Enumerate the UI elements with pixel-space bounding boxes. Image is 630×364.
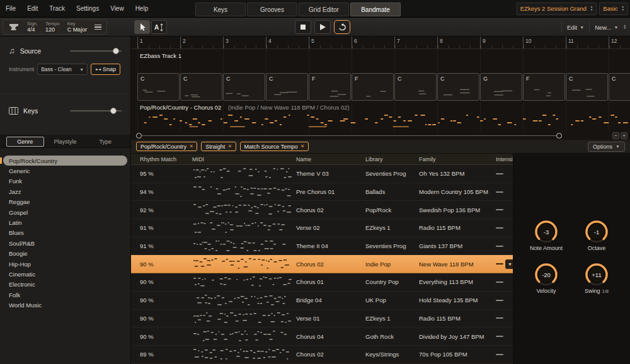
bass-chord-clip[interactable]: C <box>437 73 479 101</box>
stop-button[interactable] <box>295 20 311 34</box>
menu-track[interactable]: Track <box>43 0 71 18</box>
spinner-arrows-icon[interactable]: ▲▼ <box>622 6 624 11</box>
options-button[interactable]: Options ▼ <box>588 142 625 152</box>
zoom-handle-right[interactable] <box>556 133 562 139</box>
browser-tab-type[interactable]: Type <box>86 137 124 147</box>
zoom-in-button[interactable]: + <box>621 132 627 139</box>
bass-chord-clip[interactable]: F <box>523 73 565 101</box>
zoom-handle-left[interactable] <box>136 133 142 139</box>
bass-chord-clip[interactable]: C <box>394 73 437 101</box>
remove-filter-icon[interactable]: × <box>301 144 304 149</box>
browser-tab-genre[interactable]: Genre <box>6 137 44 147</box>
zoom-out-button[interactable]: − <box>612 132 619 139</box>
column-header[interactable]: Family <box>419 156 496 162</box>
slider-thumb[interactable] <box>113 48 119 54</box>
key-field[interactable]: Key C Major <box>67 21 88 33</box>
groove-row[interactable]: 91 %Verse 02EZkeys 1Radio 115 BPM <box>131 219 513 237</box>
tab-grooves[interactable]: Grooves <box>247 3 297 16</box>
ruler-bar[interactable]: 11 <box>566 37 609 48</box>
groove-midi-region[interactable] <box>137 113 630 130</box>
play-button[interactable] <box>314 20 331 34</box>
remove-filter-icon[interactable]: × <box>190 144 193 149</box>
ruler-bar[interactable]: 6 <box>352 37 394 48</box>
bass-chord-clip[interactable]: C <box>180 73 222 101</box>
filter-chip[interactable]: Straight× <box>201 142 236 151</box>
column-header[interactable]: Name <box>296 156 365 162</box>
groove-row[interactable]: 89 %Chorus 02Keys/Strings70s Pop 105 BPM <box>131 346 513 364</box>
snap-button[interactable]: ►◄ Snap <box>91 64 120 75</box>
bass-chord-clip[interactable]: C <box>566 73 608 101</box>
instrument-select[interactable]: Bass - Clean ▼ <box>37 64 88 75</box>
genre-item[interactable]: Soul/R&B <box>0 238 130 248</box>
edit-menu-button[interactable]: Edit ▼ <box>567 24 584 31</box>
genre-item[interactable]: Hip-Hop <box>0 259 130 269</box>
style-preset-select[interactable]: Basic ▲▼ <box>599 3 628 15</box>
bass-chord-clip[interactable]: F <box>309 73 351 101</box>
ruler-bar[interactable]: 7 <box>394 37 437 48</box>
source-level-slider[interactable] <box>70 50 122 52</box>
genre-item[interactable]: Pop/Rock/Country <box>3 156 127 166</box>
tab-bandmate[interactable]: Bandmate <box>350 3 401 16</box>
bass-chord-clip[interactable]: C <box>266 73 308 101</box>
bass-chord-clip[interactable]: G <box>480 73 522 101</box>
groove-row[interactable]: 90 %Chorus 02Indie PopNew Wave 118 BPM▼ <box>131 255 513 273</box>
column-header[interactable]: Rhythm Match <box>140 156 192 162</box>
ruler-bar[interactable]: 4 <box>266 37 309 48</box>
bass-chord-clip[interactable]: F <box>352 73 394 101</box>
genre-item[interactable]: Electronic <box>0 280 130 290</box>
groove-row[interactable]: 90 %Verse 01EZkeys 1Radio 115 BPM <box>131 310 513 328</box>
genre-item[interactable]: Folk <box>0 290 130 300</box>
genre-item[interactable]: Jazz <box>0 186 130 196</box>
tab-keys[interactable]: Keys <box>195 3 246 16</box>
ruler-bar[interactable]: 8 <box>437 37 480 48</box>
menu-file[interactable]: File <box>0 0 21 18</box>
ruler-bar[interactable]: 3 <box>223 37 266 48</box>
ruler-bar[interactable]: 1 <box>137 37 180 48</box>
groove-row[interactable]: 92 %Chorus 02Pop/RockSwedish Pop 136 BPM <box>131 201 513 219</box>
ruler-bar[interactable]: 2 <box>180 37 223 48</box>
knob-dial[interactable]: -20 <box>534 262 559 287</box>
knob-swing[interactable]: +11Swing1/8 <box>571 262 622 294</box>
genre-item[interactable]: Latin <box>0 217 130 227</box>
timeline-scrollbar[interactable] <box>136 133 562 139</box>
genre-item[interactable]: Funk <box>0 176 130 186</box>
new-track-button[interactable]: New... ▼ <box>595 24 618 31</box>
column-header[interactable]: Library <box>365 156 419 162</box>
knob-octave[interactable]: -1Octave <box>571 219 622 251</box>
remove-filter-icon[interactable]: × <box>228 144 231 149</box>
groove-row[interactable]: 90 %Chorus 01Country PopEverything 113 B… <box>131 273 513 292</box>
knob-velocity[interactable]: -20Velocity <box>521 262 571 294</box>
genre-item[interactable]: World Music <box>0 300 130 310</box>
tempo-field[interactable]: Tempo 120 <box>45 21 60 33</box>
signature-field[interactable]: Sign. 4/4 <box>27 21 38 33</box>
filter-chip[interactable]: Pop/Rock/Country× <box>136 142 197 151</box>
spinner-arrows-icon[interactable]: ▲▼ <box>624 25 626 30</box>
menu-edit[interactable]: Edit <box>21 0 43 18</box>
browser-tab-playstyle[interactable]: Playstyle <box>47 137 84 147</box>
timeline-ruler[interactable]: 123456789101112 <box>131 37 630 49</box>
filter-chip[interactable]: Match Source Tempo× <box>240 142 309 151</box>
genre-item[interactable]: Boogie <box>0 249 130 259</box>
bass-chord-clip[interactable]: C <box>609 73 630 101</box>
genre-item[interactable]: Reggae <box>0 197 130 207</box>
row-menu-button[interactable]: ▼ <box>505 259 513 269</box>
song-menu-icon[interactable] <box>94 25 101 30</box>
groove-row[interactable]: 94 %Pre Chorus 01BalladsModern Country 1… <box>131 183 513 202</box>
ruler-bar[interactable]: 12 <box>609 37 630 48</box>
loop-button[interactable] <box>334 20 350 34</box>
spinner-arrows-icon[interactable]: ▲▼ <box>590 6 593 11</box>
ruler-bar[interactable]: 5 <box>309 37 352 48</box>
keys-level-slider[interactable] <box>70 110 122 111</box>
bass-chord-clip[interactable]: C <box>137 73 180 101</box>
tab-grid-editor[interactable]: Grid Editor <box>299 3 349 16</box>
knob-dial[interactable]: -3 <box>534 219 559 244</box>
menu-settings[interactable]: Settings <box>71 0 105 18</box>
scrollbar-track[interactable] <box>139 135 559 137</box>
ruler-bar[interactable]: 9 <box>480 37 523 48</box>
groove-row[interactable]: 91 %Theme II 04Seventies ProgGiants 137 … <box>131 237 513 256</box>
groove-row[interactable]: 95 %Theme V 03Seventies ProgOh Yes 132 B… <box>131 165 513 183</box>
audition-tool-button[interactable]: A <box>151 20 167 34</box>
menu-view[interactable]: View <box>105 0 130 18</box>
genre-item[interactable]: Blues <box>0 228 130 238</box>
genre-item[interactable]: Gospel <box>0 207 130 217</box>
